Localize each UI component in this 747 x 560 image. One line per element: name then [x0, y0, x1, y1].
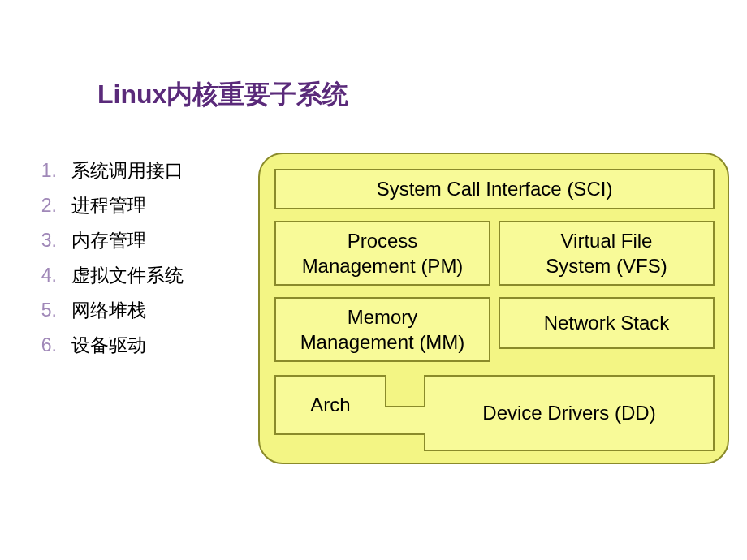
box-pm: Process Management (PM): [274, 221, 490, 286]
box-ns-label: Network Stack: [544, 310, 670, 335]
list-number: 3.: [32, 230, 71, 252]
list-item: 5. 网络堆栈: [32, 298, 252, 323]
list-item: 6. 设备驱动: [32, 333, 252, 358]
box-arch-label: Arch: [310, 392, 350, 417]
box-vfs-line1: Virtual File: [546, 228, 667, 253]
box-dd-label: Device Drivers (DD): [482, 400, 655, 425]
list-text: 内存管理: [71, 228, 146, 253]
list-text: 设备驱动: [71, 333, 146, 358]
box-dd: Device Drivers (DD): [424, 375, 715, 451]
box-sci-label: System Call Interface (SCI): [377, 176, 613, 201]
slide-container: Linux内核重要子系统 1. 系统调用接口 2. 进程管理 3. 内存管理 4…: [0, 0, 747, 560]
list-number: 4.: [32, 265, 71, 286]
arch-dd-fill-right: [422, 407, 427, 433]
box-mm-line2: Management (MM): [300, 330, 465, 355]
subsystem-list: 1. 系统调用接口 2. 进程管理 3. 内存管理 4. 虚拟文件系统 5. 网…: [24, 158, 252, 368]
box-mm: Memory Management (MM): [274, 297, 490, 362]
box-arch: Arch: [274, 375, 386, 435]
list-text: 系统调用接口: [71, 158, 184, 183]
list-number: 2.: [32, 195, 71, 217]
slide-title: Linux内核重要子系统: [97, 77, 348, 113]
box-sci: System Call Interface (SCI): [274, 169, 715, 209]
list-item: 3. 内存管理: [32, 228, 252, 253]
kernel-diagram: System Call Interface (SCI) Process Mana…: [258, 153, 729, 464]
box-vfs-line2: System (VFS): [546, 253, 667, 278]
box-mm-line1: Memory: [300, 304, 465, 330]
list-text: 虚拟文件系统: [71, 263, 184, 288]
list-item: 1. 系统调用接口: [32, 158, 252, 183]
list-number: 6.: [32, 334, 71, 356]
list-text: 进程管理: [71, 193, 146, 218]
list-item: 2. 进程管理: [32, 193, 252, 218]
box-pm-line1: Process: [302, 228, 464, 253]
arch-dd-fill-left: [383, 407, 388, 433]
box-pm-line2: Management (PM): [302, 253, 464, 278]
list-text: 网络堆栈: [71, 298, 146, 323]
box-vfs: Virtual File System (VFS): [499, 221, 715, 286]
box-ns: Network Stack: [499, 297, 715, 349]
list-number: 1.: [32, 160, 71, 182]
list-number: 5.: [32, 299, 71, 321]
list-item: 4. 虚拟文件系统: [32, 263, 252, 288]
arch-dd-connector: [385, 406, 425, 435]
